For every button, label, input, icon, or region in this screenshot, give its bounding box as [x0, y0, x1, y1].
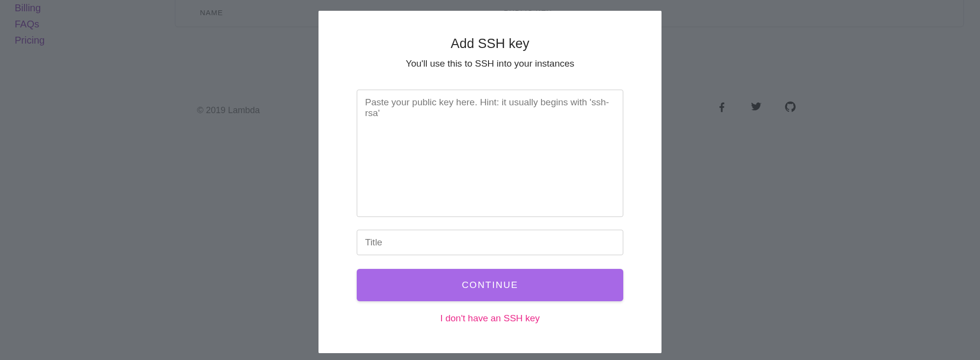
public-key-input[interactable]	[357, 90, 623, 217]
modal-subtitle: You'll use this to SSH into your instanc…	[357, 58, 623, 69]
continue-button[interactable]: CONTINUE	[357, 269, 623, 301]
modal-title: Add SSH key	[357, 36, 623, 51]
no-ssh-key-link[interactable]: I don't have an SSH key	[357, 313, 623, 324]
title-input[interactable]	[357, 230, 623, 255]
add-ssh-key-modal: Add SSH key You'll use this to SSH into …	[318, 11, 662, 353]
modal-overlay[interactable]: Add SSH key You'll use this to SSH into …	[0, 0, 980, 360]
